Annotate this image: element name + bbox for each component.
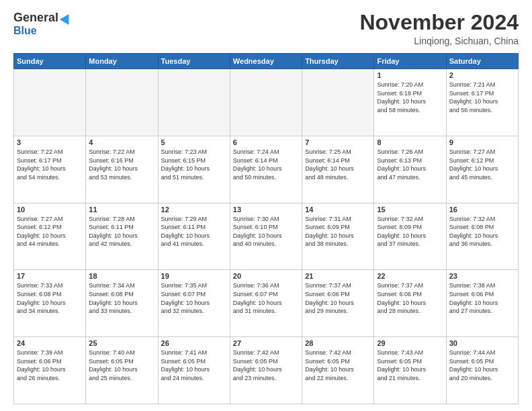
day-number: 25: [89, 339, 154, 347]
day-info: Sunrise: 7:21 AMSunset: 6:17 PMDaylight:…: [449, 81, 515, 114]
day-info: Sunrise: 7:29 AMSunset: 6:11 PMDaylight:…: [161, 215, 227, 248]
weekday-header-tuesday: Tuesday: [158, 54, 230, 69]
calendar-cell: 5Sunrise: 7:23 AMSunset: 6:15 PMDaylight…: [158, 136, 230, 203]
calendar-cell: 19Sunrise: 7:35 AMSunset: 6:07 PMDayligh…: [158, 270, 230, 337]
calendar-cell: 30Sunrise: 7:44 AMSunset: 6:05 PMDayligh…: [446, 337, 518, 404]
calendar-cell: 3Sunrise: 7:22 AMSunset: 6:17 PMDaylight…: [14, 136, 86, 203]
day-number: 11: [89, 205, 154, 214]
day-info: Sunrise: 7:33 AMSunset: 6:08 PMDaylight:…: [17, 281, 83, 315]
day-number: 15: [377, 205, 443, 214]
page: General Blue November 2024 Linqiong, Sic…: [0, 0, 532, 411]
month-title: November 2024: [359, 11, 519, 34]
calendar-cell: 24Sunrise: 7:39 AMSunset: 6:06 PMDayligh…: [14, 337, 86, 404]
calendar-cell: 10Sunrise: 7:27 AMSunset: 6:12 PMDayligh…: [14, 203, 86, 270]
calendar-cell: 20Sunrise: 7:36 AMSunset: 6:07 PMDayligh…: [230, 270, 302, 337]
logo-blue-text: Blue: [13, 25, 37, 37]
day-info: Sunrise: 7:25 AMSunset: 6:14 PMDaylight:…: [305, 148, 371, 181]
calendar-cell: 18Sunrise: 7:34 AMSunset: 6:08 PMDayligh…: [86, 270, 158, 337]
calendar-cell: 28Sunrise: 7:42 AMSunset: 6:05 PMDayligh…: [302, 337, 374, 404]
day-number: 12: [161, 205, 227, 214]
day-info: Sunrise: 7:39 AMSunset: 6:06 PMDaylight:…: [17, 349, 83, 382]
calendar-cell: 29Sunrise: 7:43 AMSunset: 6:05 PMDayligh…: [374, 337, 446, 404]
calendar-cell: 25Sunrise: 7:40 AMSunset: 6:05 PMDayligh…: [86, 337, 158, 404]
calendar-week-row: 10Sunrise: 7:27 AMSunset: 6:12 PMDayligh…: [14, 203, 519, 270]
calendar-week-row: 1Sunrise: 7:20 AMSunset: 6:18 PMDaylight…: [14, 69, 519, 136]
weekday-header-saturday: Saturday: [446, 54, 518, 69]
calendar-cell: 4Sunrise: 7:22 AMSunset: 6:16 PMDaylight…: [86, 136, 158, 203]
calendar-cell: 12Sunrise: 7:29 AMSunset: 6:11 PMDayligh…: [158, 203, 230, 270]
calendar-cell: 7Sunrise: 7:25 AMSunset: 6:14 PMDaylight…: [302, 136, 374, 203]
calendar-cell: 2Sunrise: 7:21 AMSunset: 6:17 PMDaylight…: [446, 69, 518, 136]
day-info: Sunrise: 7:23 AMSunset: 6:15 PMDaylight:…: [161, 148, 227, 181]
calendar-table: SundayMondayTuesdayWednesdayThursdayFrid…: [13, 53, 519, 404]
calendar-cell: 6Sunrise: 7:24 AMSunset: 6:14 PMDaylight…: [230, 136, 302, 203]
day-number: 17: [17, 272, 83, 280]
day-number: 3: [17, 138, 83, 146]
day-number: 22: [377, 272, 443, 280]
header: General Blue November 2024 Linqiong, Sic…: [13, 11, 519, 46]
weekday-header-monday: Monday: [86, 54, 158, 69]
location: Linqiong, Sichuan, China: [359, 36, 519, 46]
day-info: Sunrise: 7:42 AMSunset: 6:05 PMDaylight:…: [305, 349, 371, 382]
day-info: Sunrise: 7:28 AMSunset: 6:11 PMDaylight:…: [89, 215, 154, 248]
logo-general-text: General: [13, 11, 58, 25]
day-info: Sunrise: 7:38 AMSunset: 6:06 PMDaylight:…: [449, 281, 515, 315]
day-info: Sunrise: 7:44 AMSunset: 6:05 PMDaylight:…: [449, 349, 515, 382]
day-number: 14: [305, 205, 371, 214]
day-number: 23: [449, 272, 515, 280]
day-number: 10: [17, 205, 83, 214]
calendar-cell: [302, 69, 374, 136]
day-info: Sunrise: 7:27 AMSunset: 6:12 PMDaylight:…: [449, 148, 515, 181]
day-info: Sunrise: 7:43 AMSunset: 6:05 PMDaylight:…: [377, 349, 443, 382]
day-number: 20: [233, 272, 299, 280]
day-number: 4: [89, 138, 154, 146]
day-info: Sunrise: 7:31 AMSunset: 6:09 PMDaylight:…: [305, 215, 371, 248]
day-number: 7: [305, 138, 371, 146]
calendar-header-row: SundayMondayTuesdayWednesdayThursdayFrid…: [14, 54, 519, 69]
day-info: Sunrise: 7:26 AMSunset: 6:13 PMDaylight:…: [377, 148, 443, 181]
day-number: 28: [305, 339, 371, 347]
day-number: 24: [17, 339, 83, 347]
day-number: 30: [449, 339, 515, 347]
calendar-cell: 26Sunrise: 7:41 AMSunset: 6:05 PMDayligh…: [158, 337, 230, 404]
day-info: Sunrise: 7:30 AMSunset: 6:10 PMDaylight:…: [233, 215, 299, 248]
day-number: 6: [233, 138, 299, 146]
weekday-header-sunday: Sunday: [14, 54, 86, 69]
day-number: 2: [449, 71, 515, 79]
day-info: Sunrise: 7:42 AMSunset: 6:05 PMDaylight:…: [233, 349, 299, 382]
calendar-cell: [158, 69, 230, 136]
calendar-cell: 17Sunrise: 7:33 AMSunset: 6:08 PMDayligh…: [14, 270, 86, 337]
calendar-cell: [230, 69, 302, 136]
day-info: Sunrise: 7:24 AMSunset: 6:14 PMDaylight:…: [233, 148, 299, 181]
calendar-cell: [14, 69, 86, 136]
calendar-cell: 23Sunrise: 7:38 AMSunset: 6:06 PMDayligh…: [446, 270, 518, 337]
day-number: 9: [449, 138, 515, 146]
weekday-header-wednesday: Wednesday: [230, 54, 302, 69]
day-info: Sunrise: 7:32 AMSunset: 6:08 PMDaylight:…: [449, 215, 515, 248]
calendar-cell: 27Sunrise: 7:42 AMSunset: 6:05 PMDayligh…: [230, 337, 302, 404]
logo: General Blue: [13, 11, 72, 37]
day-info: Sunrise: 7:22 AMSunset: 6:16 PMDaylight:…: [89, 148, 154, 181]
day-info: Sunrise: 7:22 AMSunset: 6:17 PMDaylight:…: [17, 148, 83, 181]
day-info: Sunrise: 7:35 AMSunset: 6:07 PMDaylight:…: [161, 281, 227, 315]
day-info: Sunrise: 7:32 AMSunset: 6:09 PMDaylight:…: [377, 215, 443, 248]
logo-triangle-icon: [60, 11, 74, 24]
weekday-header-thursday: Thursday: [302, 54, 374, 69]
day-info: Sunrise: 7:34 AMSunset: 6:08 PMDaylight:…: [89, 281, 154, 315]
calendar-cell: 1Sunrise: 7:20 AMSunset: 6:18 PMDaylight…: [374, 69, 446, 136]
calendar-cell: 13Sunrise: 7:30 AMSunset: 6:10 PMDayligh…: [230, 203, 302, 270]
day-info: Sunrise: 7:20 AMSunset: 6:18 PMDaylight:…: [377, 81, 443, 114]
day-number: 19: [161, 272, 227, 280]
day-info: Sunrise: 7:36 AMSunset: 6:07 PMDaylight:…: [233, 281, 299, 315]
day-number: 1: [377, 71, 443, 79]
day-info: Sunrise: 7:27 AMSunset: 6:12 PMDaylight:…: [17, 215, 83, 248]
day-number: 27: [233, 339, 299, 347]
day-number: 13: [233, 205, 299, 214]
calendar-cell: [86, 69, 158, 136]
calendar-cell: 8Sunrise: 7:26 AMSunset: 6:13 PMDaylight…: [374, 136, 446, 203]
calendar-cell: 14Sunrise: 7:31 AMSunset: 6:09 PMDayligh…: [302, 203, 374, 270]
day-info: Sunrise: 7:41 AMSunset: 6:05 PMDaylight:…: [161, 349, 227, 382]
day-number: 29: [377, 339, 443, 347]
day-number: 5: [161, 138, 227, 146]
day-info: Sunrise: 7:37 AMSunset: 6:06 PMDaylight:…: [377, 281, 443, 315]
